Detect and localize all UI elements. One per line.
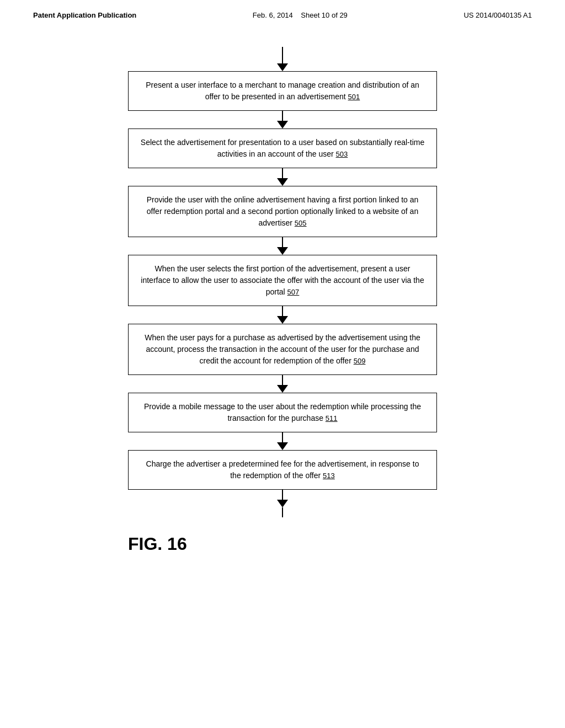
flowbox-503: Select the advertisement for presentatio… xyxy=(128,129,437,168)
step-501-number: 501 xyxy=(348,93,360,101)
bottom-exit-arrow xyxy=(277,490,288,517)
header-date: Feb. 6, 2014 Sheet 10 of 29 xyxy=(253,11,348,19)
figure-label: FIG. 16 xyxy=(128,534,187,554)
step-505-text: Provide the user with the online adverti… xyxy=(147,195,419,227)
arrow-503-505 xyxy=(277,168,288,186)
arrow-507-509 xyxy=(277,306,288,324)
step-511-text: Provide a mobile message to the user abo… xyxy=(144,402,421,422)
flowbox-501: Present a user interface to a merchant t… xyxy=(128,71,437,111)
header-patent-number: US 2014/0040135 A1 xyxy=(463,11,532,19)
page-header: Patent Application Publication Feb. 6, 2… xyxy=(0,0,565,25)
arrow-511-513 xyxy=(277,432,288,450)
step-507-number: 507 xyxy=(287,288,300,296)
step-503-number: 503 xyxy=(336,150,348,158)
top-entry-arrowhead xyxy=(277,63,288,71)
flowbox-505: Provide the user with the online adverti… xyxy=(128,186,437,237)
arrow-501-503 xyxy=(277,111,288,129)
flowchart-container: Present a user interface to a merchant t… xyxy=(0,25,565,576)
step-505-number: 505 xyxy=(295,219,307,227)
flowbox-511: Provide a mobile message to the user abo… xyxy=(128,393,437,432)
arrow-505-507 xyxy=(277,237,288,255)
step-513-text: Charge the advertiser a predetermined fe… xyxy=(146,459,419,480)
step-507-text: When the user selects the first portion … xyxy=(141,264,424,296)
step-513-number: 513 xyxy=(323,472,335,480)
flowbox-513: Charge the advertiser a predetermined fe… xyxy=(128,450,437,490)
step-503-text: Select the advertisement for presentatio… xyxy=(141,138,424,158)
arrow-509-511 xyxy=(277,375,288,393)
step-509-text: When the user pays for a purchase as adv… xyxy=(145,333,420,365)
step-511-number: 511 xyxy=(326,414,338,422)
top-entry-line xyxy=(282,47,283,63)
flowbox-507: When the user selects the first portion … xyxy=(128,255,437,306)
flowbox-509: When the user pays for a purchase as adv… xyxy=(128,324,437,375)
step-501-text: Present a user interface to a merchant t… xyxy=(146,81,419,101)
top-entry-arrow xyxy=(277,47,288,71)
step-509-number: 509 xyxy=(354,357,366,365)
page: Patent Application Publication Feb. 6, 2… xyxy=(0,0,565,728)
header-publication-label: Patent Application Publication xyxy=(33,11,136,19)
